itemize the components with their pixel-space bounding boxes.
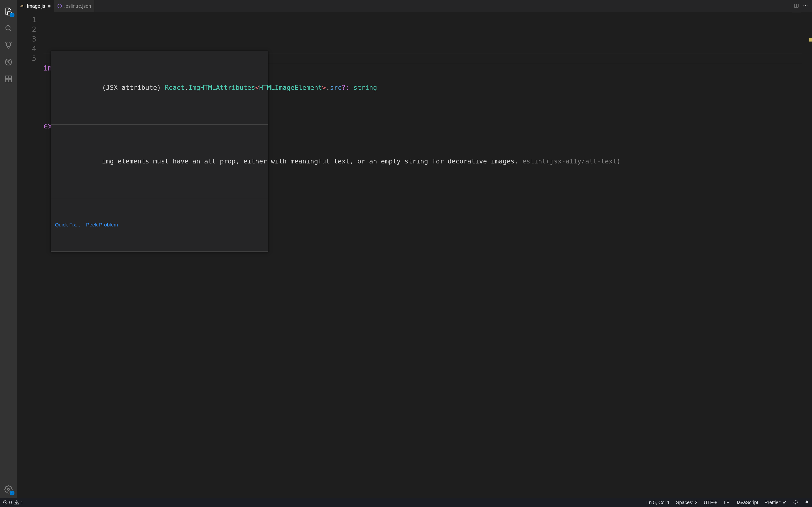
svg-point-23 bbox=[794, 501, 798, 504]
editor-body[interactable]: 1 2 3 4 5 import React from 'react'; exp… bbox=[17, 12, 812, 498]
svg-point-12 bbox=[7, 489, 10, 491]
svg-point-22 bbox=[16, 503, 17, 504]
svg-rect-9 bbox=[5, 79, 8, 82]
svg-point-16 bbox=[805, 5, 806, 6]
tab-filetype-badge: JS bbox=[20, 4, 24, 8]
status-feedback-icon[interactable] bbox=[793, 500, 798, 505]
status-spaces[interactable]: Spaces: 2 bbox=[676, 500, 698, 505]
status-warnings[interactable]: 1 bbox=[14, 500, 23, 505]
line-number: 5 bbox=[17, 54, 36, 63]
explorer-badge: 1 bbox=[10, 12, 14, 17]
status-language[interactable]: JavaScript bbox=[735, 500, 758, 505]
editor-column: JS Image.js .eslintrc.json 1 2 bbox=[17, 0, 812, 498]
svg-point-24 bbox=[795, 502, 795, 502]
status-bar: 0 1 Ln 5, Col 1 Spaces: 2 UTF-8 LF JavaS… bbox=[0, 498, 812, 507]
tab-bar: JS Image.js .eslintrc.json bbox=[17, 0, 812, 12]
source-control-icon[interactable] bbox=[0, 37, 17, 54]
status-ln-col[interactable]: Ln 5, Col 1 bbox=[646, 500, 670, 505]
hover-tooltip: (JSX attribute) React.ImgHTMLAttributes<… bbox=[51, 51, 268, 251]
line-number: 3 bbox=[17, 34, 36, 44]
split-editor-icon[interactable] bbox=[794, 3, 799, 9]
status-encoding[interactable]: UTF-8 bbox=[704, 500, 717, 505]
svg-rect-8 bbox=[5, 76, 8, 78]
line-gutter: 1 2 3 4 5 bbox=[17, 12, 44, 498]
svg-rect-10 bbox=[9, 79, 11, 82]
errors-count: 0 bbox=[9, 500, 12, 505]
tab-dirty-dot-icon bbox=[48, 5, 51, 7]
status-prettier[interactable]: Prettier: ✔ bbox=[764, 500, 787, 505]
quick-fix-link[interactable]: Quick Fix... bbox=[55, 220, 80, 230]
tab-label: Image.js bbox=[27, 3, 45, 9]
explorer-icon[interactable]: 1 bbox=[0, 3, 17, 20]
line-number: 4 bbox=[17, 44, 36, 54]
line-number: 2 bbox=[17, 24, 36, 34]
eslint-icon bbox=[57, 4, 62, 8]
hover-message: img elements must have an alt prop, eith… bbox=[51, 144, 268, 179]
svg-point-3 bbox=[10, 42, 11, 44]
main-area: 1 1 JS Image.js bbox=[0, 0, 812, 498]
debug-icon[interactable] bbox=[0, 54, 17, 70]
svg-point-0 bbox=[6, 25, 10, 30]
svg-point-25 bbox=[796, 502, 797, 502]
settings-gear-icon[interactable]: 1 bbox=[0, 481, 17, 498]
hover-signature: (JSX attribute) React.ImgHTMLAttributes<… bbox=[51, 70, 268, 105]
tab-image-js[interactable]: JS Image.js bbox=[17, 0, 54, 12]
warning-mark-icon bbox=[809, 38, 812, 42]
tab-actions bbox=[794, 0, 812, 12]
peek-problem-link[interactable]: Peek Problem bbox=[86, 220, 118, 230]
svg-rect-11 bbox=[9, 76, 11, 78]
status-errors[interactable]: 0 bbox=[3, 500, 12, 505]
tab-label: .eslintrc.json bbox=[64, 3, 91, 9]
svg-point-2 bbox=[6, 42, 7, 44]
svg-point-15 bbox=[804, 5, 804, 6]
search-icon[interactable] bbox=[0, 20, 17, 37]
svg-point-17 bbox=[807, 5, 807, 6]
svg-point-4 bbox=[8, 47, 9, 48]
settings-badge: 1 bbox=[10, 491, 14, 495]
svg-line-1 bbox=[10, 30, 11, 31]
warnings-count: 1 bbox=[20, 500, 23, 505]
extensions-icon[interactable] bbox=[0, 70, 17, 88]
hover-actions: Quick Fix... Peek Problem bbox=[51, 218, 268, 232]
minimap-icon bbox=[792, 12, 801, 15]
code-area[interactable]: import React from 'react'; export const … bbox=[44, 12, 807, 498]
more-actions-icon[interactable] bbox=[803, 3, 808, 9]
activity-bar: 1 1 bbox=[0, 0, 17, 498]
status-bell-icon[interactable] bbox=[804, 500, 809, 505]
tab-eslintrc[interactable]: .eslintrc.json bbox=[54, 0, 95, 12]
overview-ruler[interactable] bbox=[807, 12, 812, 498]
status-eol[interactable]: LF bbox=[724, 500, 729, 505]
line-number: 1 bbox=[17, 15, 36, 24]
